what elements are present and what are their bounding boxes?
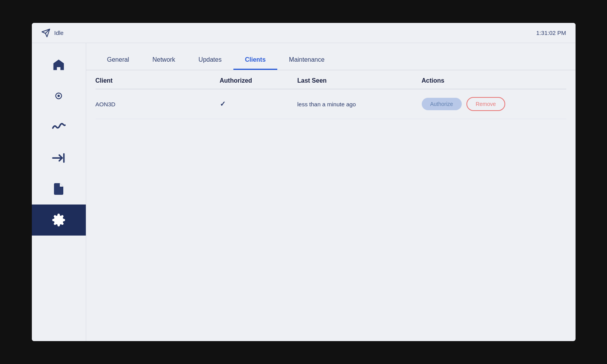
sidebar-item-home[interactable] <box>32 49 86 80</box>
table-row: AON3D ✓ less than a minute ago Authorize… <box>96 89 566 119</box>
clock: 1:31:02 PM <box>536 29 566 36</box>
tab-updates[interactable]: Updates <box>187 51 233 70</box>
checkmark-icon: ✓ <box>220 100 226 108</box>
settings-icon <box>52 213 66 227</box>
sidebar-item-arrow[interactable] <box>32 142 86 173</box>
send-icon <box>41 28 50 38</box>
content-area: General Network Updates Clients Maintena… <box>86 43 576 341</box>
tab-general[interactable]: General <box>96 51 141 70</box>
col-header-last-seen: Last Seen <box>297 77 422 84</box>
last-seen: less than a minute ago <box>297 101 422 107</box>
col-header-actions: Actions <box>422 77 566 84</box>
authorize-button[interactable]: Authorize <box>422 98 462 110</box>
status-text: Idle <box>54 29 64 36</box>
tab-clients[interactable]: Clients <box>233 51 277 70</box>
file-icon <box>52 182 66 196</box>
move-icon <box>52 89 66 103</box>
col-header-client: Client <box>96 77 220 84</box>
table-header: Client Authorized Last Seen Actions <box>96 70 566 89</box>
arrow-right-icon <box>52 151 66 165</box>
sidebar-item-chart[interactable] <box>32 111 86 142</box>
tab-network[interactable]: Network <box>141 51 187 70</box>
tabs: General Network Updates Clients Maintena… <box>86 43 576 70</box>
chart-icon <box>52 120 66 134</box>
sidebar-item-settings[interactable] <box>32 205 86 236</box>
clients-table: Client Authorized Last Seen Actions AON3… <box>86 70 576 341</box>
sidebar <box>32 43 86 341</box>
main-layout: General Network Updates Clients Maintena… <box>32 43 576 341</box>
topbar: Idle 1:31:02 PM <box>32 23 576 43</box>
col-header-authorized: Authorized <box>220 77 297 84</box>
svg-point-2 <box>57 95 60 97</box>
topbar-left: Idle <box>41 28 64 38</box>
tab-maintenance[interactable]: Maintenance <box>277 51 336 70</box>
sidebar-item-move[interactable] <box>32 80 86 111</box>
client-name: AON3D <box>96 101 220 107</box>
home-icon <box>52 58 66 72</box>
remove-button[interactable]: Remove <box>466 97 505 111</box>
actions-cell: Authorize Remove <box>422 97 566 111</box>
sidebar-item-file[interactable] <box>32 173 86 205</box>
authorized-check: ✓ <box>220 100 297 108</box>
